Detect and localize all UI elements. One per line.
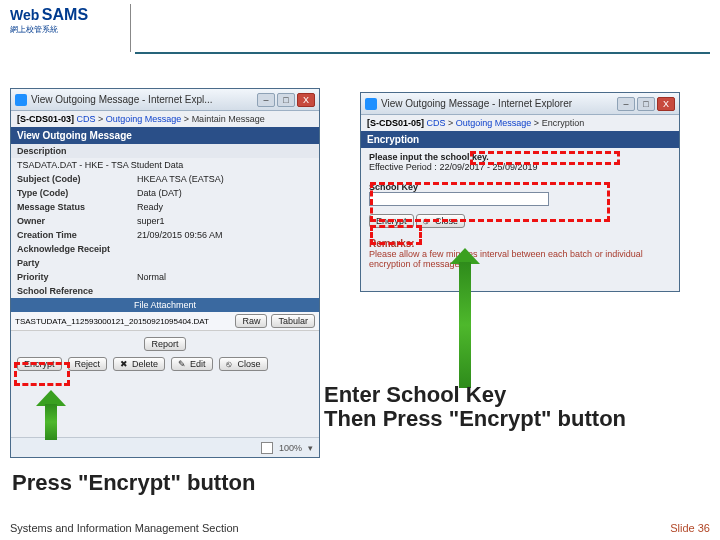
encryption-header: Encryption — [361, 131, 679, 148]
delete-icon: ✖ — [120, 359, 130, 369]
status-label: Message Status — [11, 200, 131, 214]
crumb-id: [S-CDS01-03] — [17, 114, 74, 124]
minimize-button[interactable]: – — [617, 97, 635, 111]
breadcrumb: [S-CDS01-05] CDS > Outgoing Message > En… — [361, 115, 679, 131]
logo-sams: SAMS — [42, 6, 88, 23]
effective-period-label: Effective Period : — [369, 162, 437, 172]
edit-button[interactable]: ✎Edit — [171, 357, 213, 371]
close-window-button[interactable]: X — [657, 97, 675, 111]
highlight-encrypt-left — [14, 362, 70, 386]
slide-footer: Systems and Information Management Secti… — [0, 516, 720, 540]
arrow-left — [36, 390, 66, 440]
titlebar: View Outgoing Message - Internet Expl...… — [11, 89, 319, 111]
description-label: Description — [11, 144, 319, 158]
slide-number: Slide 36 — [670, 522, 710, 534]
report-button[interactable]: Report — [144, 337, 185, 351]
titlebar: View Outgoing Message - Internet Explore… — [361, 93, 679, 115]
subject-value: HKEAA TSA (EATSA) — [131, 172, 319, 186]
delete-button[interactable]: ✖Delete — [113, 357, 165, 371]
close-icon: ⎋ — [226, 359, 236, 369]
close-window-button[interactable]: X — [297, 93, 315, 107]
annotation-left: Press "Encrypt" button — [12, 470, 255, 496]
annotation-right: Enter School Key Then Press "Encrypt" bu… — [324, 383, 626, 431]
crumb-outgoing[interactable]: Outgoing Message — [456, 118, 532, 128]
edit-icon: ✎ — [178, 359, 188, 369]
highlight-encrypt-right — [370, 225, 422, 245]
close-button[interactable]: ⎋Close — [219, 357, 268, 371]
ie-icon — [15, 94, 27, 106]
owner-label: Owner — [11, 214, 131, 228]
window-title: View Outgoing Message - Internet Explore… — [381, 98, 572, 109]
minimize-button[interactable]: – — [257, 93, 275, 107]
ctime-value: 21/09/2015 09:56 AM — [131, 228, 319, 242]
priority-value: Normal — [131, 270, 319, 284]
highlight-school-key-field — [370, 182, 610, 222]
schoolref-label: School Reference — [11, 284, 131, 298]
priority-label: Priority — [11, 270, 131, 284]
crumb-id: [S-CDS01-05] — [367, 118, 424, 128]
crumb-maintain: Maintain Message — [192, 114, 265, 124]
tabular-button[interactable]: Tabular — [271, 314, 315, 328]
footer-section: Systems and Information Management Secti… — [10, 522, 239, 534]
zoom-level: 100% — [279, 443, 302, 453]
zone-icon — [261, 442, 273, 454]
raw-button[interactable]: Raw — [235, 314, 267, 328]
crumb-outgoing[interactable]: Outgoing Message — [106, 114, 182, 124]
arrow-right — [450, 248, 480, 388]
ctime-label: Creation Time — [11, 228, 131, 242]
breadcrumb: [S-CDS01-03] CDS > Outgoing Message > Ma… — [11, 111, 319, 127]
attachment-filename: TSASTUDATA_112593000121_20150921095404.D… — [15, 317, 231, 326]
annotation-line2: Then Press "Encrypt" button — [324, 407, 626, 431]
logo-subtitle: 網上校管系統 — [10, 25, 58, 34]
crumb-encryption: Encryption — [542, 118, 585, 128]
file-attachment-header: File Attachment — [11, 298, 319, 312]
owner-value: super1 — [131, 214, 319, 228]
remarks-text: Please allow a few minutes interval betw… — [369, 249, 671, 269]
description-value: TSADATA.DAT - HKE - TSA Student Data — [11, 158, 319, 172]
window-title: View Outgoing Message - Internet Expl... — [31, 94, 213, 105]
fields-grid: TSADATA.DAT - HKE - TSA Student Data Sub… — [11, 158, 319, 298]
websams-logo: Web SAMS 網上校管系統 — [10, 6, 120, 46]
logo-web: Web — [10, 7, 39, 23]
maximize-button[interactable]: □ — [637, 97, 655, 111]
status-bar: 100% ▾ — [11, 437, 319, 457]
ack-label: Acknowledge Receipt — [11, 242, 131, 256]
chevron-down-icon[interactable]: ▾ — [308, 443, 313, 453]
maximize-button[interactable]: □ — [277, 93, 295, 107]
type-label: Type (Code) — [11, 186, 131, 200]
section-header: View Outgoing Message — [11, 127, 319, 144]
attachment-row: TSASTUDATA_112593000121_20150921095404.D… — [11, 312, 319, 331]
status-value: Ready — [131, 200, 319, 214]
party-label: Party — [11, 256, 131, 270]
type-value: Data (DAT) — [131, 186, 319, 200]
ie-icon — [365, 98, 377, 110]
subject-label: Subject (Code) — [11, 172, 131, 186]
highlight-effective-period — [470, 151, 620, 165]
reject-button[interactable]: Reject — [68, 357, 108, 371]
annotation-line1: Enter School Key — [324, 383, 626, 407]
crumb-cds[interactable]: CDS — [77, 114, 96, 124]
crumb-cds[interactable]: CDS — [427, 118, 446, 128]
horizontal-rule — [135, 52, 710, 54]
divider — [130, 4, 131, 52]
